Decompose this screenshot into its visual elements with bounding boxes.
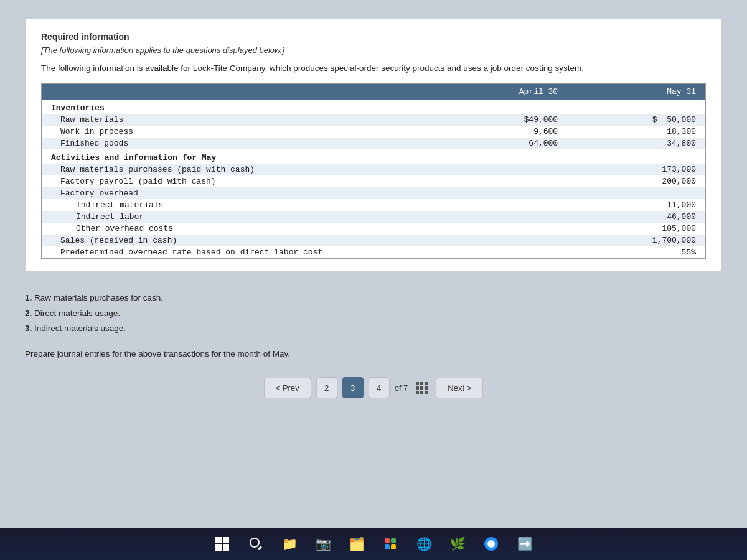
table-row: Predetermined overhead rate based on dir… [42,246,705,258]
col-label [42,84,440,100]
table-row: Finished goods 64,000 34,800 [42,138,705,149]
row-april: $49,000 [440,114,568,126]
search-button[interactable] [245,533,267,555]
page-4-label: 4 [377,383,381,393]
row-april [440,211,568,223]
question-3-num: 3. [25,324,32,333]
arrow-circle-icon: ➡️ [517,536,533,551]
row-may [567,100,705,114]
camera-icon: 📷 [316,536,331,551]
folder-button[interactable]: 🗂️ [345,533,368,555]
row-may: 105,000 [567,223,705,235]
row-april [440,149,568,164]
row-april [440,100,568,114]
grid-view-icon[interactable] [416,382,428,394]
page-2-label: 2 [324,383,329,393]
row-label: Activities and information for May [42,149,440,164]
table-row: Indirect materials 11,000 [42,199,705,211]
row-april [440,199,568,211]
row-april [440,235,568,246]
questions-section: 1. Raw materials purchases for cash. 2. … [25,284,722,339]
row-april [440,223,568,235]
prepare-text: Prepare journal entries for the above tr… [25,349,722,358]
question-2: 2. Direct materials usage. [25,306,722,321]
table-row: Raw materials $49,000 $ 50,000 [42,114,705,126]
row-may: 173,000 [567,164,705,175]
next-label: Next > [448,383,471,393]
folder-icon: 🗂️ [349,536,365,551]
row-label: Other overhead costs [42,223,440,235]
row-april: 9,600 [440,126,568,138]
row-label: Indirect materials [42,199,440,211]
row-may: 11,000 [567,199,705,211]
table-row: Work in process 9,600 18,300 [42,126,705,138]
taskbar: 📁 📷 🗂️ 🌐 🌿 ➡️ [0,528,747,560]
row-label: Indirect labor [42,211,440,223]
page-3-label: 3 [350,383,355,393]
row-april: 64,000 [440,138,568,149]
of-label: of 7 [395,383,408,393]
row-may: 46,000 [567,211,705,223]
of-text: of 7 [395,383,408,393]
pagination-bar: < Prev 2 3 4 of 7 Next > [25,371,722,404]
question-1: 1. Raw materials purchases for cash. [25,291,722,306]
prev-label: < Prev [276,383,299,393]
row-may: 200,000 [567,175,705,187]
question-2-num: 2. [25,309,32,318]
table-row: Factory overhead [42,187,705,199]
row-label: Factory overhead [42,187,440,199]
row-label: Sales (received in cash) [42,235,440,246]
table-row: Activities and information for May [42,149,705,164]
table-row: Inventories [42,100,705,114]
arrow-circle-button[interactable]: ➡️ [514,533,536,555]
browser-button[interactable]: 🌐 [413,533,435,555]
row-label: Raw materials [42,114,440,126]
question-1-num: 1. [25,293,32,302]
windows-logo-icon [215,537,229,551]
table-row: Factory payroll (paid with cash) 200,000 [42,175,705,187]
italic-subtitle: [The following information applies to th… [41,45,706,55]
row-label: Predetermined overhead rate based on dir… [42,246,440,258]
blue-circle-button[interactable] [480,533,502,555]
row-april [440,246,568,258]
windows-start-button[interactable] [211,533,233,555]
table-row: Raw materials purchases (paid with cash)… [42,164,705,175]
camera-button[interactable]: 📷 [312,533,334,555]
row-label: Factory payroll (paid with cash) [42,175,440,187]
row-label: Finished goods [42,138,440,149]
data-table-wrapper: April 30 May 31 Inventories Raw material… [41,83,706,259]
apps-grid-icon [385,538,396,549]
description-text: The following information is available f… [41,62,706,75]
browser-icon: 🌐 [416,536,432,551]
next-button[interactable]: Next > [436,378,483,398]
info-card: Required information [The following info… [25,19,722,272]
required-info-title: Required information [41,32,706,42]
page-4-button[interactable]: 4 [369,377,390,398]
inventory-table: April 30 May 31 Inventories Raw material… [42,84,705,258]
nature-icon: 🌿 [450,536,466,551]
col-april: April 30 [440,84,568,100]
row-label: Inventories [42,100,440,114]
row-may: 55% [567,246,705,258]
table-row: Sales (received in cash) 1,700,000 [42,235,705,246]
apps-grid-button[interactable] [379,533,402,555]
file-explorer-button[interactable]: 📁 [278,533,301,555]
row-april [440,175,568,187]
page-2-button[interactable]: 2 [316,377,337,398]
row-label: Raw materials purchases (paid with cash) [42,164,440,175]
row-april [440,187,568,199]
prev-button[interactable]: < Prev [264,378,311,398]
row-may: 34,800 [567,138,705,149]
question-3: 3. Indirect materials usage. [25,321,722,336]
row-may: 18,300 [567,126,705,138]
search-icon [250,538,262,550]
blue-circle-icon [484,537,498,551]
row-label: Work in process [42,126,440,138]
row-may: $ 50,000 [567,114,705,126]
row-may [567,149,705,164]
row-may [567,187,705,199]
page-3-button[interactable]: 3 [342,377,364,398]
nature-button[interactable]: 🌿 [446,533,469,555]
table-row: Indirect labor 46,000 [42,211,705,223]
col-may: May 31 [567,84,705,100]
